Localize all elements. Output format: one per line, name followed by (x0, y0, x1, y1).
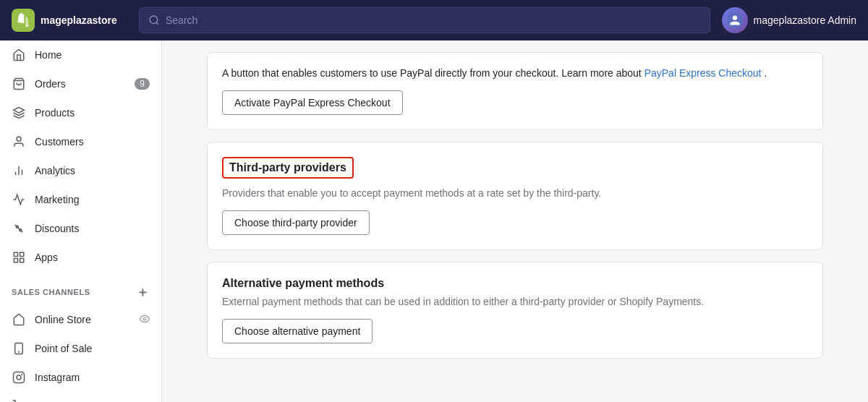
avatar (722, 7, 748, 33)
orders-icon (12, 77, 26, 91)
svg-rect-13 (20, 259, 24, 262)
sidebar-item-analytics[interactable]: Analytics (0, 156, 161, 185)
discounts-icon (12, 221, 26, 236)
sidebar-item-orders-label: Orders (35, 78, 66, 90)
alternative-payment-card: Alternative payment methods External pay… (207, 262, 823, 359)
sidebar-item-home-label: Home (35, 49, 61, 61)
svg-rect-11 (20, 252, 24, 256)
sidebar-item-customers-label: Customers (35, 136, 84, 147)
search-input[interactable] (166, 14, 701, 26)
online-store-icon (12, 312, 26, 327)
sidebar-item-discounts[interactable]: Discounts (0, 214, 161, 243)
main-content: A button that enables customers to use P… (162, 40, 868, 402)
marketing-icon (12, 192, 26, 207)
svg-rect-12 (14, 259, 17, 262)
sidebar-item-apps[interactable]: Apps (0, 243, 161, 272)
sidebar-item-pos[interactable]: Point of Sale (0, 334, 161, 363)
user-menu[interactable]: mageplazastore Admin (722, 7, 856, 33)
choose-alternative-payment-button[interactable]: Choose alternative payment (222, 319, 373, 343)
paypal-dot: . (764, 67, 767, 79)
sales-channels-label: SALES CHANNELS (12, 288, 90, 296)
sidebar-item-products[interactable]: Products (0, 98, 161, 127)
analytics-icon (12, 163, 26, 178)
sidebar-item-instagram-label: Instagram (35, 372, 80, 383)
sidebar-item-online-store[interactable]: Online Store (0, 305, 161, 334)
sidebar-item-home[interactable]: Home (0, 40, 161, 69)
svg-point-14 (143, 317, 146, 320)
sidebar-item-products-label: Products (35, 107, 75, 119)
paypal-card: A button that enables customers to use P… (207, 52, 823, 130)
third-party-card: Third-party providers Providers that ena… (207, 142, 823, 250)
third-party-title: Third-party providers (222, 157, 354, 179)
sidebar-item-orders[interactable]: Orders 9 (0, 69, 161, 98)
sidebar-item-online-store-label: Online Store (35, 314, 91, 325)
svg-rect-17 (14, 372, 25, 383)
activate-paypal-button[interactable]: Activate PayPal Express Checkout (222, 90, 403, 115)
add-channel-icon[interactable]: ＋ (136, 283, 150, 301)
eye-icon[interactable] (140, 314, 150, 326)
sidebar-item-analytics-label: Analytics (35, 165, 75, 176)
paypal-description: A button that enables customers to use P… (222, 67, 808, 79)
brand-logo: mageplazastore (12, 9, 127, 32)
sidebar-item-pos-label: Point of Sale (35, 343, 92, 354)
svg-rect-10 (14, 252, 17, 256)
sidebar-item-instagram[interactable]: Instagram (0, 363, 161, 392)
customers-icon (12, 134, 26, 149)
products-icon (12, 106, 26, 120)
pos-icon (12, 341, 26, 356)
alternative-payment-description: External payment methods that can be use… (222, 296, 808, 307)
alternative-payment-title: Alternative payment methods (222, 277, 808, 290)
sales-channels-header: SALES CHANNELS ＋ (0, 272, 161, 305)
apps-icon (12, 250, 26, 265)
sidebar-item-customers[interactable]: Customers (0, 127, 161, 156)
choose-third-party-button[interactable]: Choose third-party provider (222, 210, 370, 235)
sidebar-item-marketing-label: Marketing (35, 194, 79, 205)
search-icon (148, 14, 160, 26)
third-party-description: Providers that enable you to accept paym… (222, 187, 808, 199)
shopify-icon (12, 9, 35, 32)
sidebar-item-marketing[interactable]: Marketing (0, 185, 161, 214)
instagram-icon (12, 370, 26, 385)
brand-name: mageplazastore (41, 14, 117, 26)
home-icon (12, 48, 26, 62)
orders-badge: 9 (135, 78, 150, 90)
buy-button-icon (12, 399, 26, 402)
svg-point-19 (22, 375, 22, 375)
user-name: mageplazastore Admin (754, 14, 856, 26)
sidebar: Home Orders 9 Products Customers A (0, 40, 162, 402)
sidebar-item-buy-button[interactable]: Buy Button (0, 392, 161, 402)
svg-point-4 (17, 137, 21, 141)
sidebar-item-discounts-label: Discounts (35, 223, 79, 234)
svg-marker-3 (14, 108, 25, 114)
paypal-express-link[interactable]: PayPal Express Checkout (644, 67, 762, 79)
search-bar[interactable] (139, 7, 710, 33)
svg-point-18 (17, 375, 21, 380)
sidebar-item-apps-label: Apps (35, 252, 58, 263)
svg-point-0 (150, 16, 158, 24)
app-header: mageplazastore mageplazastore Admin (0, 0, 868, 40)
